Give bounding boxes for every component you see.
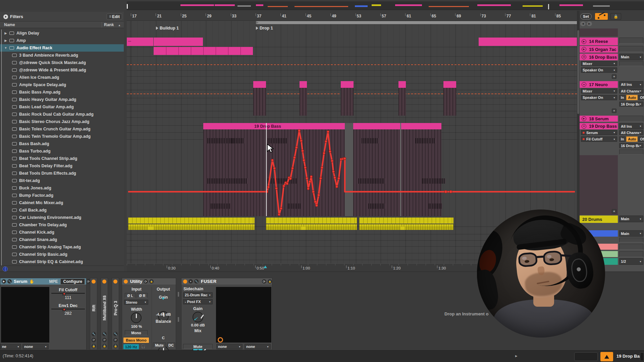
browser-item-ample-space-delay-adg[interactable]: Ample Space Delay.adg	[0, 81, 124, 88]
midi-clip-header[interactable]	[443, 81, 456, 88]
add-automation-lane-button[interactable]: +	[612, 109, 616, 113]
track-header-16-drop-bass[interactable]: ☰16 Drop Bass	[580, 54, 618, 60]
io-selector[interactable]: Main▼	[619, 230, 643, 237]
midi-clip-header[interactable]	[341, 81, 354, 88]
play-circle-icon[interactable]: ▶	[582, 47, 586, 52]
hot-swap-icon[interactable]: ⟳	[113, 338, 118, 342]
add-automation-lane-button[interactable]: +	[612, 209, 616, 214]
track-header-17-neuro[interactable]: ▼17 Neuro	[580, 81, 618, 88]
save-preset-icon[interactable]: 🔒	[268, 279, 272, 284]
automation-dashed-line[interactable]	[127, 64, 577, 65]
bar-ruler[interactable]: 172125293337414549535761656973778185	[127, 11, 577, 21]
save-preset-icon[interactable]: 🔒	[149, 279, 154, 284]
io-selector[interactable]: 1/2▼	[619, 258, 643, 265]
drum-clip-top[interactable]	[128, 218, 255, 224]
fuser-routing-dropdown[interactable]: none▼	[245, 344, 271, 349]
monitor-in[interactable]: In	[619, 136, 626, 142]
io-selector[interactable]: Main▼	[619, 216, 643, 222]
loop-brace[interactable]	[256, 21, 577, 24]
audio-clip[interactable]	[479, 38, 577, 46]
hot-swap-icon[interactable]: ⟳	[262, 279, 266, 284]
browser-item-channel-strip-basic-adg[interactable]: Channel Strip Basic.adg	[0, 251, 124, 258]
clip-header-19-drop-bass[interactable]	[401, 123, 441, 129]
plugin-window-placeholder[interactable]	[216, 287, 271, 343]
device-unfold-icon[interactable]: 🔧	[113, 332, 118, 336]
device-on-button[interactable]	[102, 280, 106, 284]
browser-item-bit-ter-adg[interactable]: Bit-ter.adg	[0, 177, 124, 184]
device-on-button[interactable]	[113, 280, 117, 284]
clip-header-19-drop-bass[interactable]	[353, 123, 400, 129]
save-preset-icon[interactable]: 🔒	[102, 344, 107, 348]
hot-swap-icon[interactable]: ⟳	[92, 338, 96, 342]
bass-mono-freq-value[interactable]: 120 Hz	[123, 344, 139, 349]
width-knob[interactable]	[131, 312, 142, 323]
configure-button[interactable]: Configure	[60, 279, 85, 285]
io-selector[interactable]: Main▼	[619, 54, 643, 60]
current-clip-button[interactable]	[600, 352, 613, 361]
automation-selector-mixer[interactable]: Mixer▼	[581, 88, 617, 94]
device-collapsed-pro-q-3[interactable]: Pro-Q 3🔧⟳🔒	[112, 278, 119, 350]
io-selector[interactable]: All Ins▼	[619, 123, 643, 129]
folder-collapse-icon[interactable]: ▼	[3, 46, 8, 50]
track-header-19-drop-bass[interactable]: ▼19 Drop Bass	[580, 123, 618, 129]
automation-selector-speaker-on[interactable]: Speaker On▼	[581, 67, 617, 73]
hot-swap-icon[interactable]: ⟳	[102, 338, 107, 342]
device-fold-icon[interactable]: ▼	[189, 279, 193, 284]
locator-drop-1[interactable]: Drop 1	[256, 25, 293, 31]
insert-marker[interactable]	[266, 123, 267, 216]
hot-swap-icon[interactable]: ⟳	[144, 279, 148, 284]
drum-clip-small[interactable]	[148, 227, 154, 230]
browser-item-basic-lead-guitar-amp-adg[interactable]: Basic Lead Guitar Amp.adg	[0, 103, 124, 111]
device-toggle-icon[interactable]	[640, 352, 644, 361]
save-preset-icon[interactable]: 🔒	[113, 344, 118, 348]
fuser-mute-button[interactable]: Mute	[183, 344, 213, 349]
phase-invert-button[interactable]: Ø L	[125, 293, 136, 298]
audio-clip[interactable]	[154, 38, 203, 46]
browser-item-beat-tools-channel-strip-adg[interactable]: Beat Tools Channel Strip.adg	[0, 155, 124, 162]
browser-item-channel-kick-adg[interactable]: Channel Kick.adg	[0, 229, 124, 236]
browser-item-bass-turbo-adg[interactable]: Bass Turbo.adg	[0, 147, 124, 155]
monitor-switch[interactable]: InAutoOff	[619, 136, 643, 142]
track-header-18-serum[interactable]: ▶18 Serum	[580, 116, 618, 122]
scrollbar-thumb[interactable]	[577, 30, 579, 114]
filters-label[interactable]: Filters	[10, 14, 37, 19]
midi-clip-body[interactable]	[443, 88, 456, 116]
folder-expand-icon[interactable]: ▶	[3, 32, 8, 35]
browser-item-basic-tolex-crunch-guitar-amp-adg[interactable]: Basic Tolex Crunch Guitar Amp.adg	[0, 125, 124, 133]
headphones-icon[interactable]: 🎧	[141, 344, 146, 349]
io-selector[interactable]: 16 Drop Bas▼	[619, 143, 643, 148]
midi-clip-body[interactable]	[398, 88, 406, 116]
io-selector[interactable]: 16 Drop Bas▼	[619, 102, 643, 107]
phase-invert-button[interactable]: Ø R	[137, 293, 148, 298]
browser-item-car-listening-environment-adg[interactable]: Car Listening Environment.adg	[0, 214, 124, 221]
browser-item-basic-rock-dual-cab-guitar-amp-adg[interactable]: Basic Rock Dual Cab Guitar Amp.adg	[0, 111, 124, 118]
arrangement-overview[interactable]	[127, 1, 644, 10]
nudge-back-button[interactable]: ◀	[580, 21, 586, 26]
midi-clip-body[interactable]	[341, 88, 354, 116]
browser-sync-icon[interactable]	[3, 266, 8, 272]
sidechain-dropdown[interactable]: none▼	[22, 344, 49, 349]
param-value[interactable]: 111	[51, 295, 85, 300]
plugin-window-placeholder[interactable]	[1, 287, 49, 343]
sidechain-dropdown[interactable]: ne▼	[0, 344, 21, 349]
browser-item-channel-snare-adg[interactable]: Channel Snare.adg	[0, 236, 124, 243]
browser-item-audio-effect-rack[interactable]: ▼Audio Effect Rack	[0, 44, 124, 52]
midi-clip-body[interactable]	[300, 88, 307, 116]
automation-selector-serum[interactable]: Serum▼	[581, 130, 617, 135]
monitor-auto[interactable]: Auto	[626, 136, 638, 142]
drum-clip-small[interactable]	[400, 227, 405, 230]
monitor-off[interactable]: Off	[638, 95, 644, 100]
down-circle-icon[interactable]: ▼	[582, 82, 586, 87]
channel-mode-dropdown[interactable]: Stereo▼	[124, 300, 148, 305]
track-header-14-reese[interactable]: ▶14 Reese	[580, 38, 618, 45]
mute-button[interactable]: Mute	[153, 343, 166, 348]
re-enable-automation-button[interactable]	[595, 13, 608, 20]
drum-clip-top[interactable]	[359, 218, 453, 224]
name-column-header[interactable]: Name	[4, 22, 24, 27]
device-on-button[interactable]	[183, 280, 187, 284]
browser-item-basic-bass-amp-adg[interactable]: Basic Bass Amp.adg	[0, 88, 124, 96]
browser-item-beat-tools-delay-filter-adg[interactable]: Beat Tools Delay Filter.adg	[0, 162, 124, 170]
monitor-auto[interactable]: Auto	[626, 95, 638, 100]
browser-item-bump-factor-adg[interactable]: Bump Factor.adg	[0, 192, 124, 199]
browser-item-basic-heavy-guitar-amp-adg[interactable]: Basic Heavy Guitar Amp.adg	[0, 96, 124, 103]
